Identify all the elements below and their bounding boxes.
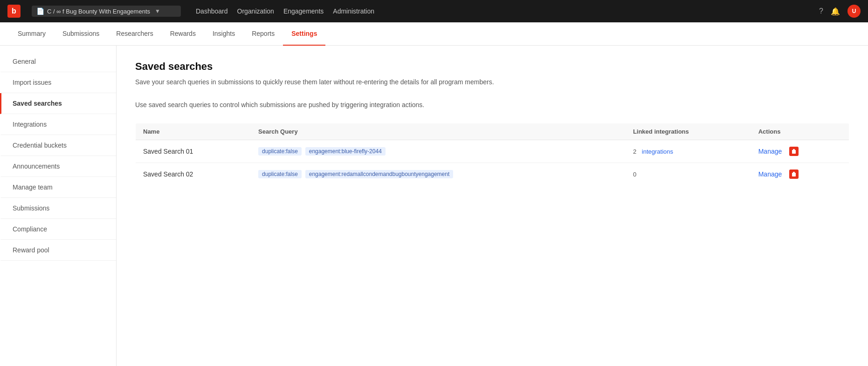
settings-sidebar: General Import issues Saved searches Int… bbox=[0, 46, 117, 366]
sidebar-item-reward-pool[interactable]: Reward pool bbox=[0, 240, 116, 261]
main-content: Saved searches Save your search queries … bbox=[117, 46, 868, 366]
page-layout: General Import issues Saved searches Int… bbox=[0, 46, 868, 366]
linked-integrations-cell-1: 2 integrations bbox=[626, 140, 751, 163]
col-header-name: Name bbox=[136, 123, 251, 140]
page-description-1: Save your search queries in submissions … bbox=[135, 77, 849, 87]
table-row: Saved Search 01 duplicate:false engageme… bbox=[136, 140, 849, 163]
sidebar-item-compliance[interactable]: Compliance bbox=[0, 219, 116, 240]
query-tag-1a: duplicate:false bbox=[258, 147, 302, 156]
tab-reports[interactable]: Reports bbox=[243, 22, 283, 46]
search-query-cell-2: duplicate:false engagement:redamallconde… bbox=[251, 163, 626, 186]
col-header-search-query: Search Query bbox=[251, 123, 626, 140]
query-tag-2a: duplicate:false bbox=[258, 170, 302, 178]
page-title: Saved searches bbox=[135, 61, 849, 73]
linked-count-1: 2 bbox=[633, 148, 636, 155]
svg-rect-2 bbox=[792, 173, 796, 176]
app-logo[interactable]: b bbox=[7, 5, 21, 18]
linked-integrations-cell-2: 0 bbox=[626, 163, 751, 186]
nav-link-administration[interactable]: Administration bbox=[333, 7, 374, 15]
nav-link-dashboard[interactable]: Dashboard bbox=[196, 7, 228, 15]
tab-researchers[interactable]: Researchers bbox=[108, 22, 161, 46]
search-query-cell-1: duplicate:false engagement:blue-firefly-… bbox=[251, 140, 626, 163]
actions-cell-2: Manage bbox=[751, 163, 849, 186]
svg-rect-1 bbox=[793, 149, 795, 150]
breadcrumb-container[interactable]: 📄 C / ∞ f Bug Bounty With Engagements ▼ bbox=[32, 6, 181, 17]
query-tag-2b: engagement:redamallcondemandbugbountyeng… bbox=[305, 170, 454, 178]
saved-search-name-1: Saved Search 01 bbox=[136, 140, 251, 163]
table-header-row: Name Search Query Linked integrations Ac… bbox=[136, 123, 849, 140]
avatar[interactable]: U bbox=[847, 5, 861, 18]
sidebar-item-integrations[interactable]: Integrations bbox=[0, 114, 116, 135]
sidebar-item-saved-searches[interactable]: Saved searches bbox=[0, 93, 116, 114]
saved-searches-table: Name Search Query Linked integrations Ac… bbox=[135, 123, 849, 186]
manage-button-2[interactable]: Manage bbox=[758, 170, 782, 178]
query-tag-1b: engagement:blue-firefly-2044 bbox=[305, 147, 386, 156]
svg-rect-0 bbox=[792, 150, 796, 154]
page-description-2: Use saved search queries to control whic… bbox=[135, 100, 849, 110]
sidebar-item-announcements[interactable]: Announcements bbox=[0, 156, 116, 177]
tab-settings[interactable]: Settings bbox=[283, 22, 325, 46]
delete-button-2[interactable] bbox=[789, 169, 799, 179]
breadcrumb-text: C / ∞ f Bug Bounty With Engagements bbox=[47, 8, 150, 15]
actions-cell-1: Manage bbox=[751, 140, 849, 163]
sidebar-item-import-issues[interactable]: Import issues bbox=[0, 72, 116, 93]
top-navigation: b 📄 C / ∞ f Bug Bounty With Engagements … bbox=[0, 0, 868, 22]
tab-insights[interactable]: Insights bbox=[204, 22, 243, 46]
sidebar-item-manage-team[interactable]: Manage team bbox=[0, 177, 116, 198]
nav-link-engagements[interactable]: Engagements bbox=[283, 7, 324, 15]
tab-summary[interactable]: Summary bbox=[9, 22, 54, 46]
linked-count-2: 0 bbox=[633, 171, 636, 178]
delete-icon-1 bbox=[792, 149, 796, 154]
top-nav-links: Dashboard Organization Engagements Admin… bbox=[196, 7, 374, 15]
svg-rect-3 bbox=[793, 172, 795, 173]
delete-button-1[interactable] bbox=[789, 147, 799, 156]
secondary-navigation: Summary Submissions Researchers Rewards … bbox=[0, 22, 868, 46]
saved-search-name-2: Saved Search 02 bbox=[136, 163, 251, 186]
breadcrumb-dropdown-button[interactable]: ▼ bbox=[155, 8, 160, 14]
top-nav-right: ? 🔔 U bbox=[819, 5, 861, 18]
sidebar-item-general[interactable]: General bbox=[0, 51, 116, 72]
col-header-actions: Actions bbox=[751, 123, 849, 140]
sidebar-item-submissions[interactable]: Submissions bbox=[0, 198, 116, 219]
manage-button-1[interactable]: Manage bbox=[758, 148, 782, 155]
integrations-link-1[interactable]: integrations bbox=[642, 148, 673, 155]
tab-submissions[interactable]: Submissions bbox=[54, 22, 108, 46]
delete-icon-2 bbox=[792, 171, 796, 177]
nav-link-organization[interactable]: Organization bbox=[237, 7, 274, 15]
document-icon: 📄 bbox=[36, 7, 44, 15]
help-icon[interactable]: ? bbox=[819, 7, 823, 15]
col-header-linked-integrations: Linked integrations bbox=[626, 123, 751, 140]
table-row: Saved Search 02 duplicate:false engageme… bbox=[136, 163, 849, 186]
sidebar-item-credential-buckets[interactable]: Credential buckets bbox=[0, 135, 116, 156]
tab-rewards[interactable]: Rewards bbox=[162, 22, 204, 46]
bell-icon[interactable]: 🔔 bbox=[831, 7, 840, 16]
